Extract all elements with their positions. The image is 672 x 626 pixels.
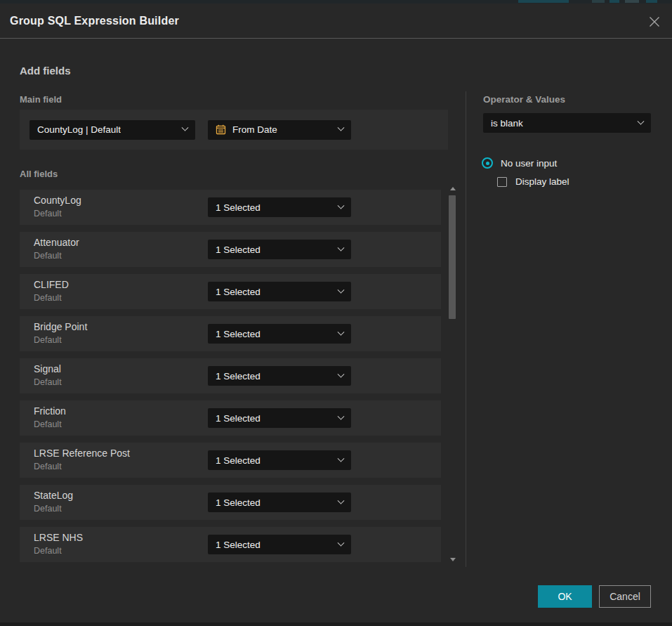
radio-selected-icon[interactable]	[482, 157, 493, 169]
main-field-source-dropdown[interactable]: CountyLog | Default	[29, 120, 195, 140]
dialog-header: Group SQL Expression Builder	[0, 4, 672, 39]
background-app-strip-bottom	[0, 622, 672, 626]
background-app-fragment	[518, 0, 569, 3]
field-selection-dropdown[interactable]: 1 Selected	[208, 450, 351, 470]
field-name: Bridge Point	[34, 321, 87, 332]
field-sublabel: Default	[34, 209, 62, 219]
field-name: LRSE Reference Post	[34, 448, 130, 459]
field-row-clifed[interactable]: CLIFED Default 1 Selected	[20, 274, 441, 309]
chevron-down-icon	[182, 124, 189, 131]
calendar-date-icon	[216, 124, 226, 135]
field-sublabel: Default	[34, 251, 62, 261]
field-row-lrse-nhs[interactable]: LRSE NHS Default 1 Selected	[20, 527, 441, 562]
field-selection-value: 1 Selected	[216, 287, 261, 297]
ok-button[interactable]: OK	[538, 585, 592, 608]
main-field-field-value: From Date	[232, 124, 277, 135]
field-selection-value: 1 Selected	[216, 244, 261, 255]
chevron-down-icon	[338, 124, 345, 131]
all-fields-scrollbar[interactable]	[447, 183, 458, 564]
no-user-input-radio-option[interactable]: No user input	[482, 157, 557, 169]
panel-divider	[466, 91, 466, 567]
field-sublabel: Default	[34, 335, 62, 345]
close-button[interactable]	[645, 13, 664, 31]
chevron-down-icon	[338, 455, 345, 462]
field-sublabel: Default	[34, 419, 62, 429]
main-field-field-dropdown[interactable]: From Date	[208, 120, 351, 140]
chevron-down-icon	[338, 286, 345, 293]
group-sql-expression-builder-dialog: Group SQL Expression Builder Add fields …	[0, 4, 672, 622]
field-selection-dropdown[interactable]: 1 Selected	[208, 282, 351, 301]
chevron-down-icon	[338, 202, 345, 209]
field-sublabel: Default	[34, 462, 62, 471]
operator-dropdown[interactable]: is blank	[483, 113, 651, 133]
chevron-down-icon	[338, 539, 345, 546]
chevron-down-icon	[338, 370, 345, 377]
field-row-statelog[interactable]: StateLog Default 1 Selected	[20, 485, 441, 520]
field-row-lrse-reference-post[interactable]: LRSE Reference Post Default 1 Selected	[20, 443, 441, 478]
close-icon	[647, 15, 661, 29]
scroll-down-arrow-icon[interactable]	[450, 558, 456, 561]
field-name: CLIFED	[34, 279, 69, 290]
scrollbar-thumb[interactable]	[449, 195, 456, 319]
field-selection-value: 1 Selected	[216, 329, 261, 339]
field-selection-value: 1 Selected	[216, 455, 261, 466]
field-selection-value: 1 Selected	[216, 497, 261, 508]
field-name: StateLog	[34, 490, 73, 501]
field-name: Signal	[34, 363, 61, 374]
chevron-down-icon	[338, 497, 345, 504]
field-name: CountyLog	[34, 195, 81, 206]
background-app-fragment	[625, 0, 639, 3]
field-selection-dropdown[interactable]: 1 Selected	[208, 535, 351, 554]
all-fields-label: All fields	[20, 169, 58, 179]
all-fields-list: CountyLog Default 1 Selected Attenuator …	[20, 190, 441, 569]
scroll-up-arrow-icon[interactable]	[450, 187, 456, 190]
field-row-friction[interactable]: Friction Default 1 Selected	[20, 400, 441, 436]
field-row-attenuator[interactable]: Attenuator Default 1 Selected	[20, 232, 441, 267]
operator-value: is blank	[491, 118, 523, 129]
field-sublabel: Default	[34, 377, 62, 387]
field-selection-value: 1 Selected	[216, 413, 261, 424]
chevron-down-icon	[638, 117, 645, 124]
background-app-fragment	[610, 0, 619, 3]
cancel-button[interactable]: Cancel	[599, 585, 651, 608]
field-name: LRSE NHS	[34, 532, 83, 543]
chevron-down-icon	[338, 328, 345, 335]
field-name: Attenuator	[34, 237, 79, 248]
field-selection-dropdown[interactable]: 1 Selected	[208, 493, 351, 512]
field-sublabel: Default	[34, 546, 62, 556]
field-selection-dropdown[interactable]: 1 Selected	[208, 366, 351, 386]
dialog-title: Group SQL Expression Builder	[10, 15, 179, 27]
background-app-fragment	[592, 0, 605, 3]
field-selection-dropdown[interactable]: 1 Selected	[208, 324, 351, 344]
field-row-signal[interactable]: Signal Default 1 Selected	[20, 358, 441, 393]
display-label-checkbox-option[interactable]: Display label	[497, 176, 569, 187]
field-selection-value: 1 Selected	[216, 202, 261, 213]
main-field-panel: CountyLog | Default From Date	[20, 110, 448, 150]
operator-values-heading: Operator & Values	[483, 94, 565, 105]
field-selection-dropdown[interactable]: 1 Selected	[208, 197, 351, 217]
field-sublabel: Default	[34, 293, 62, 303]
checkbox-label: Display label	[515, 176, 569, 187]
checkbox-unchecked-icon[interactable]	[497, 177, 507, 187]
field-selection-dropdown[interactable]: 1 Selected	[208, 240, 351, 259]
field-selection-dropdown[interactable]: 1 Selected	[208, 408, 351, 428]
field-row-bridge-point[interactable]: Bridge Point Default 1 Selected	[20, 316, 441, 351]
main-field-source-value: CountyLog | Default	[37, 124, 121, 135]
field-selection-value: 1 Selected	[216, 371, 261, 382]
radio-label: No user input	[501, 158, 557, 169]
background-app-fragment	[646, 0, 657, 3]
main-field-label: Main field	[20, 94, 62, 105]
chevron-down-icon	[338, 244, 345, 251]
field-sublabel: Default	[34, 504, 62, 514]
field-name: Friction	[34, 405, 66, 417]
field-row-countylog[interactable]: CountyLog Default 1 Selected	[20, 190, 441, 225]
add-fields-heading: Add fields	[20, 65, 71, 77]
field-selection-value: 1 Selected	[216, 540, 261, 550]
chevron-down-icon	[338, 412, 345, 419]
